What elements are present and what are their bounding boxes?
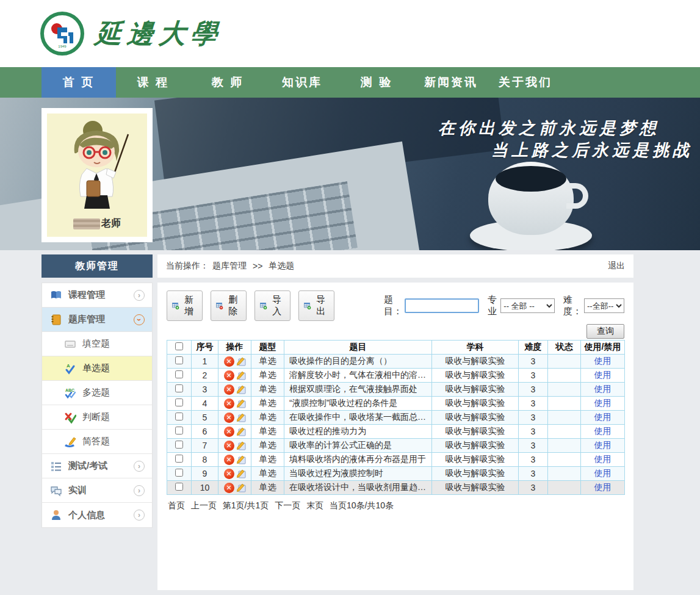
sidebar-item-tests[interactable]: 测试/考试 ›: [42, 454, 152, 478]
delete-row-icon[interactable]: ✕: [224, 427, 234, 437]
import-button[interactable]: 导入: [254, 290, 290, 321]
blank-question-icon: [64, 338, 76, 350]
row-checkbox[interactable]: [175, 455, 183, 463]
multi-choice-icon: ABC: [64, 387, 76, 399]
table-row: 4 ✕ 单选 “液膜控制”吸收过程的条件是 吸收与解吸实验 3 使用: [167, 397, 625, 411]
sidebar-item-label: 个人信息: [68, 510, 105, 521]
main-panel: 当前操作： 题库管理 >> 单选题 退出: [157, 254, 633, 590]
row-checkbox[interactable]: [175, 384, 183, 392]
delete-row-icon[interactable]: ✕: [224, 398, 234, 409]
nav-item-about[interactable]: 关于我们: [488, 67, 563, 98]
nav-item-news[interactable]: 新闻资讯: [414, 67, 488, 98]
chevron-right-icon[interactable]: ›: [134, 485, 145, 496]
edit-row-icon[interactable]: [236, 469, 246, 478]
nav-item-home[interactable]: 首 页: [41, 67, 116, 98]
question-panel: 新增 删除: [157, 283, 633, 590]
edit-row-icon[interactable]: [236, 483, 246, 492]
sidebar-item-single-choice[interactable]: A 单选题: [42, 356, 152, 381]
delete-row-icon[interactable]: ✕: [224, 370, 234, 381]
edit-row-icon[interactable]: [236, 427, 246, 436]
university-name: 延邊大學: [94, 16, 223, 52]
usage-toggle-link[interactable]: 使用: [594, 482, 612, 492]
sidebar-item-course-mgmt[interactable]: 课程管理 ›: [42, 283, 152, 308]
logout-button[interactable]: 退出: [608, 261, 625, 272]
edit-row-icon[interactable]: [236, 384, 246, 394]
sidebar-menu: 课程管理 › 题库管理 ›: [41, 283, 153, 528]
teacher-name-suffix: 老师: [101, 217, 121, 230]
nav-item-teachers[interactable]: 教 师: [190, 67, 265, 98]
row-checkbox[interactable]: [175, 356, 183, 364]
content-area: 教师管理 课程管理 › 题库管理: [0, 250, 700, 595]
delete-row-icon[interactable]: ✕: [224, 441, 234, 451]
table-delete-icon: [216, 301, 223, 311]
sidebar-item-short-answer[interactable]: 简答题: [42, 430, 152, 454]
chevron-right-icon[interactable]: ›: [134, 510, 145, 521]
edit-row-icon[interactable]: [236, 413, 246, 422]
banner-coffee: [496, 166, 566, 192]
nav-item-knowledge[interactable]: 知识库: [265, 67, 339, 98]
breadcrumb-separator: >>: [253, 261, 262, 271]
delete-row-icon[interactable]: ✕: [224, 469, 234, 479]
breadcrumb-section[interactable]: 题库管理: [212, 261, 247, 272]
sidebar-item-fill-blank[interactable]: 填空题: [42, 332, 152, 356]
table-row: 10 ✕ 单选 在吸收塔设计中，当吸收剂用量趋于... 吸收与解吸实验 3 使用: [167, 481, 625, 495]
import-button-label: 导入: [271, 294, 283, 317]
usage-toggle-link[interactable]: 使用: [594, 440, 612, 450]
breadcrumb: 当前操作： 题库管理 >> 单选题 退出: [157, 254, 633, 278]
usage-toggle-link[interactable]: 使用: [594, 370, 612, 380]
col-header-no: 序号: [192, 341, 218, 355]
chevron-down-icon[interactable]: ›: [134, 314, 145, 325]
row-checkbox[interactable]: [175, 469, 183, 477]
chevron-right-icon[interactable]: ›: [134, 290, 145, 301]
delete-row-icon[interactable]: ✕: [224, 356, 234, 367]
row-checkbox[interactable]: [175, 398, 183, 406]
usage-toggle-link[interactable]: 使用: [594, 384, 612, 394]
edit-row-icon[interactable]: [236, 356, 246, 366]
delete-button[interactable]: 删除: [211, 290, 247, 321]
search-button[interactable]: 查询: [586, 324, 624, 339]
edit-row-icon[interactable]: [236, 370, 246, 380]
page-next[interactable]: 下一页: [275, 500, 300, 510]
delete-button-label: 删除: [227, 294, 239, 317]
delete-row-icon[interactable]: ✕: [224, 483, 234, 493]
sidebar-item-multi-choice[interactable]: ABC 多选题: [42, 381, 152, 405]
export-button[interactable]: 导出: [298, 290, 334, 321]
row-checkbox[interactable]: [175, 483, 183, 491]
book-icon: [50, 289, 62, 301]
table-row: 5 ✕ 单选 在吸收操作中，吸收塔某一截面总推... 吸收与解吸实验 3 使用: [167, 411, 625, 425]
usage-toggle-link[interactable]: 使用: [594, 412, 612, 422]
row-checkbox[interactable]: [175, 441, 183, 449]
sidebar-item-true-false[interactable]: 判断题: [42, 405, 152, 430]
delete-row-icon[interactable]: ✕: [224, 455, 234, 465]
col-header-type: 题型: [251, 341, 284, 355]
nav-item-quiz[interactable]: 测 验: [339, 67, 414, 98]
page-first[interactable]: 首页: [168, 500, 185, 510]
major-select[interactable]: -- 全部 --: [500, 298, 555, 313]
sidebar-item-profile[interactable]: 个人信息 ›: [42, 503, 152, 527]
delete-row-icon[interactable]: ✕: [224, 384, 234, 395]
sidebar-item-question-bank[interactable]: 题库管理 ›: [42, 308, 152, 332]
chevron-right-icon[interactable]: ›: [134, 461, 145, 472]
row-checkbox[interactable]: [175, 370, 183, 378]
select-all-checkbox[interactable]: [175, 342, 183, 350]
breadcrumb-current: 单选题: [269, 261, 294, 272]
usage-toggle-link[interactable]: 使用: [594, 454, 612, 464]
usage-toggle-link[interactable]: 使用: [594, 398, 612, 408]
sidebar-item-training[interactable]: 实训 ›: [42, 478, 152, 503]
edit-row-icon[interactable]: [236, 398, 246, 408]
row-checkbox[interactable]: [175, 427, 183, 435]
nav-item-courses[interactable]: 课 程: [116, 67, 190, 98]
add-button[interactable]: 新增: [167, 290, 203, 321]
edit-row-icon[interactable]: [236, 455, 246, 464]
row-checkbox[interactable]: [175, 413, 183, 420]
title-filter-input[interactable]: [405, 298, 479, 313]
edit-row-icon[interactable]: [236, 441, 246, 450]
usage-toggle-link[interactable]: 使用: [594, 426, 612, 436]
delete-row-icon[interactable]: ✕: [224, 413, 234, 423]
difficulty-select[interactable]: --全部--: [584, 298, 624, 313]
usage-toggle-link[interactable]: 使用: [594, 468, 612, 478]
page-prev[interactable]: 上一页: [191, 500, 217, 510]
emblem-year: 1949: [44, 45, 81, 48]
usage-toggle-link[interactable]: 使用: [594, 356, 612, 366]
page-last[interactable]: 末页: [306, 500, 323, 510]
